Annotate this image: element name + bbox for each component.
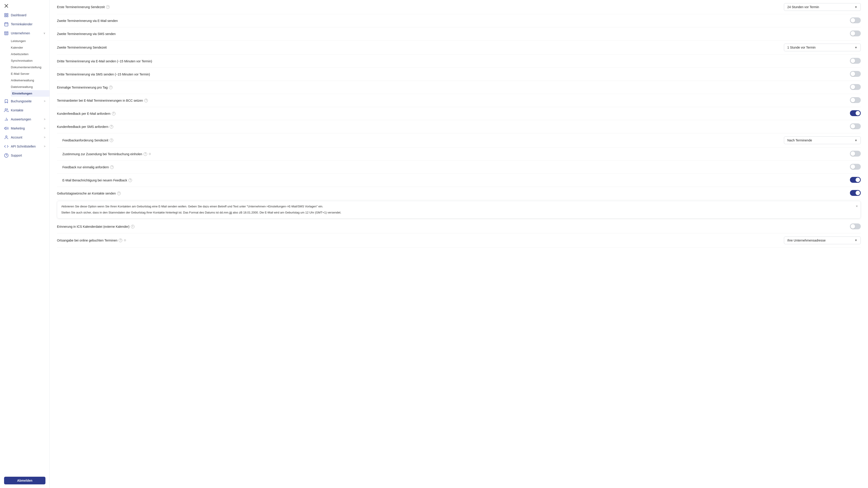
chevron-down-icon: ∨: [43, 32, 45, 35]
kundenfeedback-email-toggle[interactable]: [850, 110, 861, 116]
sidebar: Dashboard Terminkalender Unternehmen ∨ L…: [0, 0, 50, 488]
setting-row-email-benachrichtigung-feedback: E-Mail Benachrichtigung bei neuem Feedba…: [57, 174, 861, 187]
setting-label: Feedbackanforderung Sendezeit ?: [57, 138, 779, 142]
help-icon[interactable]: ?: [110, 138, 113, 142]
sidebar-item-arbeitszeiten[interactable]: Arbeitszeiten: [11, 51, 50, 57]
help-icon[interactable]: ?: [131, 225, 134, 228]
svg-point-17: [6, 136, 7, 137]
ortsangabe-dropdown[interactable]: Ihre Unternehmensadresse ▼: [784, 236, 861, 244]
svg-rect-5: [7, 15, 8, 17]
kundenfeedback-sms-toggle[interactable]: [850, 123, 861, 129]
sidebar-footer: Abmelden: [0, 473, 50, 488]
setting-row-erinnerung-ics: Erinnerung in ICS Kalenderdatei (externe…: [57, 220, 861, 233]
help-icon[interactable]: ?: [110, 165, 114, 169]
svg-rect-2: [5, 13, 6, 15]
sidebar-item-buchungsseite[interactable]: Buchungsseite >: [0, 97, 50, 106]
setting-label: Kundenfeedback per SMS anfordern ?: [57, 125, 845, 129]
sidebar-item-kalender[interactable]: Kalender: [11, 44, 50, 51]
svg-rect-3: [7, 13, 8, 15]
building-icon: [4, 31, 8, 35]
zustimmung-toggle[interactable]: [850, 151, 861, 157]
sidebar-item-support[interactable]: Support: [0, 151, 50, 160]
erinnerung-ics-toggle[interactable]: [850, 223, 861, 229]
filter-icon[interactable]: ⚙: [124, 238, 126, 242]
setting-label: Feedback nur einmalig anfordern ?: [57, 165, 845, 169]
setting-row-zustimmung: Zustimmung zur Zusendung bei Terminbuchu…: [57, 148, 861, 161]
sidebar-item-dashboard[interactable]: Dashboard: [0, 11, 50, 20]
einmalige-toggle[interactable]: [850, 84, 861, 90]
email-benachrichtigung-feedback-toggle[interactable]: [850, 177, 861, 183]
help-icon[interactable]: ?: [112, 112, 116, 116]
setting-label: Zweite Terminerinnerung via E-Mail sende…: [57, 19, 845, 23]
help-icon[interactable]: ?: [106, 5, 110, 9]
unternehmen-submenu: Leistungen Kalender Arbeitszeiten Synchr…: [0, 38, 50, 97]
sidebar-item-artikelverwaltung[interactable]: Artikelverwaltung: [11, 77, 50, 84]
sidebar-item-account[interactable]: Account >: [0, 133, 50, 142]
help-icon[interactable]: ?: [109, 86, 113, 89]
chevron-right-icon: >: [44, 127, 45, 130]
tooltip-text2: Stellen Sie auch sicher, dass in den Sta…: [61, 210, 857, 215]
setting-row-erste-termin-sendezeit: Erste Terminerinnerung Sendezeit ? 24 St…: [57, 0, 861, 14]
sidebar-item-einstellungen[interactable]: Einstellungen: [11, 90, 50, 97]
help-icon[interactable]: ?: [119, 238, 122, 242]
abmelden-button[interactable]: Abmelden: [4, 477, 45, 484]
feedback-einmalig-toggle[interactable]: [850, 164, 861, 170]
bookmark-icon: [4, 99, 8, 103]
chevron-right-icon: >: [44, 145, 45, 148]
setting-row-dritte-sms: Dritte Terminerinnerung via SMS senden (…: [57, 68, 861, 81]
api-icon: [4, 144, 8, 149]
toggle-wrap: [850, 31, 861, 37]
help-icon[interactable]: ?: [110, 125, 113, 129]
sidebar-item-dateiverwaltung[interactable]: Dateiverwaltung: [11, 84, 50, 90]
geburtstagswuensche-toggle[interactable]: [850, 190, 861, 196]
zweite-sendezeit-dropdown[interactable]: 1 Stunde vor Termin ▼: [784, 43, 861, 51]
zweite-sms-toggle[interactable]: [850, 31, 861, 36]
sidebar-item-kontakte[interactable]: Kontakte: [0, 106, 50, 115]
person-icon: [4, 135, 8, 140]
svg-point-12: [5, 109, 6, 110]
sidebar-item-unternehmen[interactable]: Unternehmen ∨: [0, 29, 50, 38]
sidebar-item-dokumentenerstellung[interactable]: Dokumentenerstellung: [11, 64, 50, 70]
tooltip-text1: Aktivieren Sie diese Option wenn Sie Ihr…: [61, 204, 857, 209]
terminanbieter-bcc-toggle[interactable]: [850, 97, 861, 103]
toggle-wrap: [850, 18, 861, 24]
chevron-down-icon: ▼: [855, 238, 857, 242]
setting-row-terminanbieter-bcc: Terminanbieter bei E-Mail Terminerinneru…: [57, 94, 861, 107]
sidebar-item-synchronisation[interactable]: Synchronisation: [11, 57, 50, 64]
zweite-email-toggle[interactable]: [850, 18, 861, 23]
filter-icon[interactable]: ⚙: [149, 152, 151, 156]
close-button[interactable]: [0, 0, 50, 11]
sidebar-item-emailserver[interactable]: E-Mail Server: [11, 70, 50, 77]
sidebar-item-leistungen[interactable]: Leistungen: [11, 38, 50, 44]
help-icon[interactable]: ?: [128, 178, 132, 182]
grid-icon: [4, 13, 8, 18]
sidebar-item-terminkalender[interactable]: Terminkalender: [0, 20, 50, 29]
sidebar-item-apischnittstellen[interactable]: API Schnittstellen >: [0, 142, 50, 151]
setting-row-kundenfeedback-sms: Kundenfeedback per SMS anfordern ?: [57, 120, 861, 133]
calendar-icon: [4, 22, 8, 26]
chevron-right-icon: >: [44, 118, 45, 121]
setting-row-zweite-email: Zweite Terminerinnerung via E-Mail sende…: [57, 14, 861, 27]
sidebar-item-label: Support: [11, 154, 22, 157]
main-content: Erste Terminerinnerung Sendezeit ? 24 St…: [50, 0, 868, 488]
dritte-email-toggle[interactable]: [850, 58, 861, 64]
chevron-down-icon: ▼: [855, 139, 857, 142]
dropdown-wrap: 1 Stunde vor Termin ▼: [784, 43, 861, 51]
setting-row-zweite-sendezeit: Zweite Terminerinnerung Sendezeit 1 Stun…: [57, 40, 861, 55]
help-icon[interactable]: ?: [144, 99, 148, 102]
erste-termin-dropdown[interactable]: 24 Stunden vor Termin ▼: [784, 3, 861, 11]
sidebar-item-label: Account: [11, 135, 22, 139]
chevron-down-icon: ▼: [855, 5, 857, 9]
help-icon[interactable]: ?: [144, 152, 147, 156]
setting-row-feedbackanforderung-sendezeit: Feedbackanforderung Sendezeit ? Nach Ter…: [57, 133, 861, 148]
sidebar-item-auswertungen[interactable]: Auswertungen >: [0, 115, 50, 124]
dritte-sms-toggle[interactable]: [850, 71, 861, 77]
tooltip-close-button[interactable]: ×: [856, 203, 858, 209]
sidebar-item-label: API Schnittstellen: [11, 144, 36, 148]
setting-row-feedback-einmalig: Feedback nur einmalig anfordern ?: [57, 161, 861, 174]
sidebar-item-label: Auswertungen: [11, 118, 31, 121]
help-icon[interactable]: ?: [117, 192, 121, 195]
sidebar-item-marketing[interactable]: Marketing >: [0, 124, 50, 133]
setting-row-geburtstagswuensche: Geburtstagswünsche an Kontakte senden ?: [57, 187, 861, 200]
feedbackanforderung-dropdown[interactable]: Nach Terminende ▼: [784, 136, 861, 144]
